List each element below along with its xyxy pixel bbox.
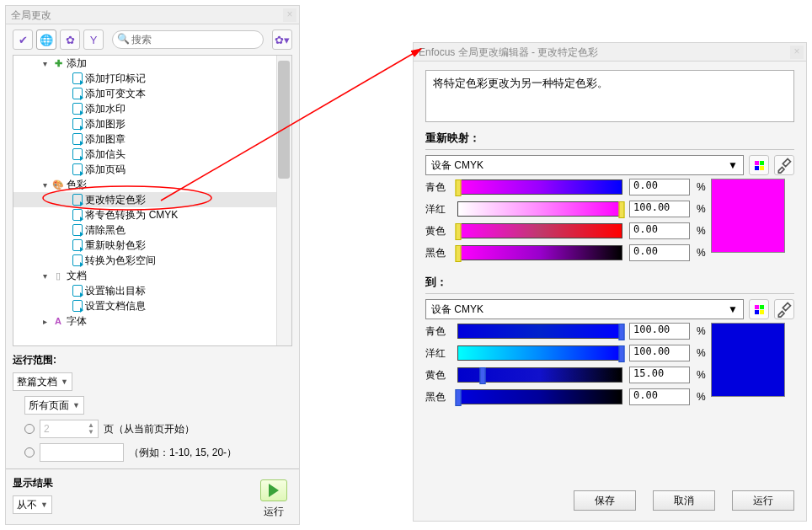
page-count-spinner[interactable]: 2▲▼ bbox=[40, 420, 99, 438]
channel-黄色: 黄色0.00% bbox=[425, 222, 706, 239]
run-button[interactable] bbox=[260, 479, 287, 501]
description-box[interactable]: 将特定色彩更改为另一种特定色彩。 bbox=[425, 70, 794, 122]
search-icon: 🔍 bbox=[117, 33, 130, 45]
channel-value-input[interactable]: 100.00 bbox=[629, 201, 690, 217]
channel-slider[interactable] bbox=[457, 389, 622, 404]
font-icon: A bbox=[52, 315, 64, 327]
global-change-panel: 全局更改 × ✔ 🌐 ✿ Y 🔍 ✿▾ ▾✚添加 添加打印标记 添加可变文本 添… bbox=[5, 5, 300, 525]
tree-item[interactable]: 转换为色彩空间 bbox=[85, 254, 156, 268]
slider-handle[interactable] bbox=[456, 223, 462, 240]
channel-slider[interactable] bbox=[457, 345, 622, 361]
channel-slider[interactable] bbox=[457, 179, 622, 195]
pages-from-radio[interactable] bbox=[24, 424, 35, 434]
tree-item[interactable]: 添加图章 bbox=[85, 132, 126, 147]
tree-item[interactable]: 添加打印标记 bbox=[85, 72, 146, 86]
slider-handle[interactable] bbox=[456, 389, 462, 406]
tree-item-selected[interactable]: 更改特定色彩 bbox=[85, 193, 146, 207]
from-palette-button[interactable] bbox=[749, 155, 769, 175]
close-icon[interactable]: × bbox=[283, 8, 296, 22]
tree-item[interactable]: 设置输出目标 bbox=[85, 284, 146, 298]
channel-value-input[interactable]: 100.00 bbox=[629, 345, 690, 361]
pct-label: % bbox=[697, 203, 706, 215]
pct-label: % bbox=[697, 369, 706, 381]
channel-value-input[interactable]: 0.00 bbox=[629, 222, 690, 239]
to-eyedropper-button[interactable] bbox=[774, 299, 794, 319]
to-colorspace-select[interactable]: 设备 CMYK▼ bbox=[425, 299, 744, 319]
show-result-select[interactable]: 从不▼ bbox=[13, 495, 52, 514]
channel-value-input[interactable]: 15.00 bbox=[629, 367, 690, 383]
palette-icon: 🎨 bbox=[52, 179, 64, 190]
check-button[interactable]: ✔ bbox=[13, 29, 33, 50]
channel-value-input[interactable]: 100.00 bbox=[629, 323, 690, 340]
channel-label: 洋红 bbox=[425, 202, 451, 217]
tree-item[interactable]: 将专色转换为 CMYK bbox=[85, 208, 178, 222]
tree-item[interactable]: 清除黑色 bbox=[85, 223, 126, 238]
slider-handle[interactable] bbox=[456, 245, 462, 262]
action-icon bbox=[72, 300, 83, 312]
channel-slider[interactable] bbox=[457, 324, 622, 339]
tree-cat-add[interactable]: 添加 bbox=[67, 56, 87, 71]
channel-洋红: 洋红100.00% bbox=[425, 201, 706, 217]
close-icon[interactable]: × bbox=[790, 46, 804, 59]
scope-select[interactable]: 整篇文档▼ bbox=[13, 372, 72, 391]
pct-label: % bbox=[697, 225, 706, 237]
tree-item[interactable]: 设置文档信息 bbox=[85, 299, 146, 313]
channel-slider[interactable] bbox=[457, 201, 622, 217]
run-button[interactable]: 运行 bbox=[732, 490, 794, 511]
pct-label: % bbox=[697, 347, 706, 359]
page-range-input[interactable] bbox=[40, 443, 124, 462]
slider-handle[interactable] bbox=[619, 324, 625, 340]
tree-item[interactable]: 添加可变文本 bbox=[85, 87, 146, 101]
editor-title: Enfocus 全局更改编辑器 - 更改特定色彩 bbox=[419, 46, 598, 58]
slider-handle[interactable] bbox=[619, 345, 625, 362]
action-tree: ▾✚添加 添加打印标记 添加可变文本 添加水印 添加图形 添加图章 添加信头 添… bbox=[13, 55, 292, 346]
slider-handle[interactable] bbox=[619, 201, 625, 218]
channel-黑色: 黑色0.00% bbox=[425, 388, 706, 405]
pages-range-radio[interactable] bbox=[24, 447, 35, 458]
to-sliders: 青色100.00%洋红100.00%黄色15.00%黑色0.00% bbox=[425, 323, 706, 410]
tree-cat-doc[interactable]: 文档 bbox=[67, 269, 87, 283]
channel-value-input[interactable]: 0.00 bbox=[629, 388, 690, 405]
from-colorspace-select[interactable]: 设备 CMYK▼ bbox=[425, 155, 744, 175]
slider-handle[interactable] bbox=[480, 367, 486, 384]
tree-scrollbar[interactable] bbox=[276, 56, 291, 345]
left-toolbar: ✔ 🌐 ✿ Y 🔍 ✿▾ bbox=[6, 24, 299, 55]
editor-title-bar: Enfocus 全局更改编辑器 - 更改特定色彩 × bbox=[414, 43, 806, 62]
play-icon bbox=[269, 484, 279, 497]
from-eyedropper-button[interactable] bbox=[774, 155, 794, 175]
action-icon bbox=[72, 224, 83, 236]
split-button[interactable]: Y bbox=[83, 29, 104, 50]
tree-cat-font[interactable]: 字体 bbox=[67, 314, 87, 329]
channel-value-input[interactable]: 0.00 bbox=[629, 179, 690, 195]
slider-handle[interactable] bbox=[456, 179, 462, 196]
action-icon bbox=[72, 72, 83, 84]
show-result-label: 显示结果 bbox=[13, 476, 53, 490]
settings-dropdown-button[interactable]: ✿▾ bbox=[272, 29, 292, 50]
pages-suffix-label: 页（从当前页开始） bbox=[104, 422, 195, 436]
tree-item[interactable]: 重新映射色彩 bbox=[85, 238, 146, 253]
channel-label: 黄色 bbox=[425, 224, 451, 238]
tree-cat-color[interactable]: 色彩 bbox=[67, 178, 87, 192]
channel-value-input[interactable]: 0.00 bbox=[629, 244, 690, 261]
channel-洋红: 洋红100.00% bbox=[425, 345, 706, 361]
tree-item[interactable]: 添加信头 bbox=[85, 147, 126, 162]
globe-button[interactable]: 🌐 bbox=[36, 29, 56, 50]
channel-slider[interactable] bbox=[457, 367, 622, 383]
action-icon bbox=[72, 88, 83, 99]
to-palette-button[interactable] bbox=[749, 299, 769, 319]
run-label: 运行 bbox=[264, 505, 284, 519]
save-button[interactable]: 保存 bbox=[574, 490, 636, 511]
channel-label: 洋红 bbox=[425, 346, 451, 361]
tree-item[interactable]: 添加水印 bbox=[85, 102, 126, 116]
channel-slider[interactable] bbox=[457, 245, 622, 260]
cancel-button[interactable]: 取消 bbox=[653, 490, 715, 511]
tree-item[interactable]: 添加页码 bbox=[85, 163, 126, 177]
gear-button[interactable]: ✿ bbox=[60, 29, 80, 50]
action-icon bbox=[72, 239, 83, 251]
tree-item[interactable]: 添加图形 bbox=[85, 117, 126, 131]
search-input[interactable] bbox=[112, 30, 264, 49]
action-icon bbox=[72, 285, 83, 297]
channel-slider[interactable] bbox=[457, 223, 622, 238]
action-icon bbox=[72, 254, 83, 266]
pages-mode-select[interactable]: 所有页面▼ bbox=[24, 396, 84, 415]
